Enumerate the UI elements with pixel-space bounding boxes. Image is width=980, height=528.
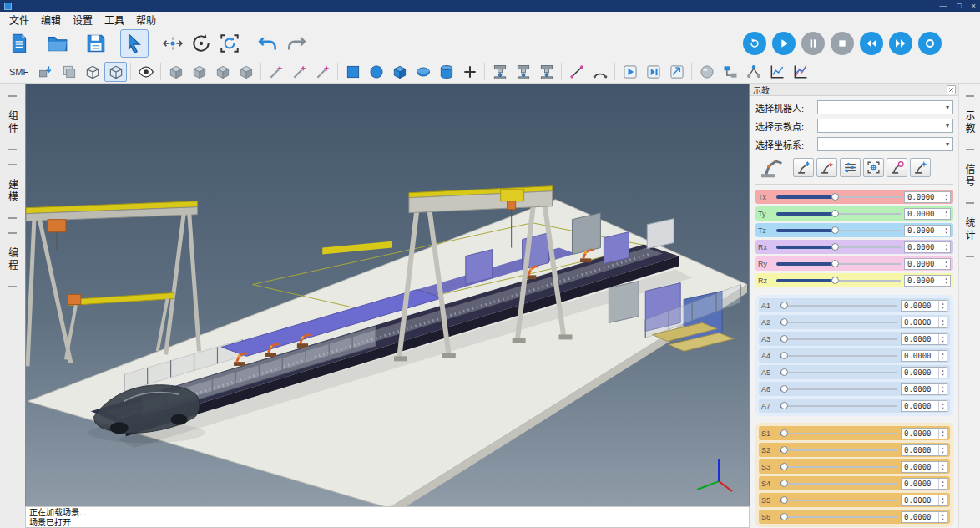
s-spin-arrows[interactable]: ▴▾ [938,512,947,522]
viewport-3d[interactable] [25,84,750,506]
primitive-box-button[interactable] [388,62,411,82]
node-tree-button[interactable] [742,62,765,82]
dock-tab-signal[interactable]: 信号 [962,164,977,189]
line-machine-3[interactable] [572,213,600,255]
a-spin-arrows[interactable]: ▴▾ [938,384,947,394]
bounding-box-button[interactable] [104,62,127,82]
jog-up-button[interactable] [793,158,814,177]
s3-slider[interactable] [780,463,897,470]
s1-slider-handle[interactable] [780,429,788,437]
t-spin-arrows[interactable]: ▴▾ [942,276,950,286]
undo-button[interactable] [254,29,282,58]
primitive-plane-button[interactable] [341,62,364,82]
dock-tab-stats[interactable]: 统计 [962,217,977,242]
panel-close-button[interactable] [947,85,956,94]
s-spin-arrows[interactable]: ▴▾ [938,495,947,505]
menu-help[interactable]: 帮助 [130,13,162,27]
ry-slider-handle[interactable] [831,260,839,267]
tx-spinbox[interactable]: 0.0000▴▾ [904,191,951,203]
menu-tools[interactable]: 工具 [99,13,130,27]
a5-slider[interactable] [780,368,897,376]
machine-tool-button-2[interactable] [512,62,534,82]
splitter-handle[interactable] [966,256,974,257]
rotate-view-button[interactable] [187,29,215,58]
replay-button[interactable] [743,32,766,55]
s3-slider-handle[interactable] [780,463,788,470]
s6-spinbox[interactable]: 0.0000▴▾ [901,511,947,523]
tz-slider-handle[interactable] [831,226,839,234]
snap-object-button[interactable] [211,62,234,82]
splitter-handle[interactable] [8,232,17,234]
rz-spinbox[interactable]: 0.0000▴▾ [904,275,951,287]
a7-spinbox[interactable]: 0.0000▴▾ [901,400,947,412]
splitter-handle[interactable] [8,286,17,287]
center-target-button[interactable] [863,158,884,177]
s-spin-arrows[interactable]: ▴▾ [938,445,947,455]
draw-line-button[interactable] [565,62,588,82]
tx-slider[interactable] [776,193,901,201]
t-spin-arrows[interactable]: ▴▾ [942,226,950,236]
copy-object-button[interactable] [188,62,210,82]
a-spin-arrows[interactable]: ▴▾ [938,401,947,411]
new-file-button[interactable] [5,29,33,58]
fast-forward-button[interactable] [889,32,912,55]
s5-slider-handle[interactable] [780,496,788,504]
splitter-handle[interactable] [966,95,974,97]
duplicate-button[interactable] [58,62,80,82]
rx-slider[interactable] [776,243,901,251]
gray-cabinet[interactable] [609,282,639,323]
splitter-handle[interactable] [966,149,974,150]
pause-button[interactable] [801,32,825,55]
t-spin-arrows[interactable]: ▴▾ [942,192,950,202]
splitter-handle[interactable] [8,164,17,165]
run-script-button[interactable] [619,62,641,82]
s2-spinbox[interactable]: 0.0000▴▾ [901,444,947,456]
a6-slider[interactable] [780,385,897,393]
primitive-sphere-button[interactable] [365,62,387,82]
stop-button[interactable] [831,32,854,55]
rewind-button[interactable] [860,32,883,55]
dock-tab-components[interactable]: 组件 [6,110,20,135]
flowchart-button[interactable] [719,62,741,82]
splitter-handle[interactable] [8,95,17,97]
3d-scene[interactable] [26,84,749,506]
material-sphere-button[interactable] [695,62,718,82]
s4-spinbox[interactable]: 0.0000▴▾ [901,478,947,490]
s6-slider-handle[interactable] [780,513,788,520]
s4-slider-handle[interactable] [780,480,788,487]
rz-slider[interactable] [776,277,901,284]
t-spin-arrows[interactable]: ▴▾ [942,259,950,269]
ry-spinbox[interactable]: 0.0000▴▾ [904,258,951,270]
dock-tab-programming[interactable]: 编程 [6,247,20,272]
menu-settings[interactable]: 设置 [67,13,99,27]
minimize-button[interactable]: — [939,1,947,11]
a1-spinbox[interactable]: 0.0000▴▾ [901,300,947,312]
play-button[interactable] [772,32,796,55]
ty-spinbox[interactable]: 0.0000▴▾ [904,208,951,220]
s1-slider[interactable] [780,429,897,437]
tz-slider[interactable] [776,226,901,234]
a4-spinbox[interactable]: 0.0000▴▾ [901,350,947,362]
a-spin-arrows[interactable]: ▴▾ [938,334,947,344]
teach-point-select[interactable]: ▾ [817,119,953,133]
a2-slider-handle[interactable] [780,318,788,326]
menu-edit[interactable]: 编辑 [35,13,67,27]
coordinate-frame-select[interactable]: ▾ [817,137,953,151]
a-spin-arrows[interactable]: ▴▾ [938,317,947,327]
a2-slider[interactable] [780,318,897,326]
rz-slider-handle[interactable] [831,277,839,284]
chart-multi-button[interactable] [789,62,811,82]
step-out-button[interactable] [665,62,688,82]
machine-tool-button-1[interactable] [488,62,511,82]
s-spin-arrows[interactable]: ▴▾ [938,462,947,472]
s2-slider-handle[interactable] [780,446,788,454]
a3-spinbox[interactable]: 0.0000▴▾ [901,333,947,345]
machine-tool-button-3[interactable] [535,62,558,82]
dock-tab-teach[interactable]: 示教 [962,110,977,135]
rx-slider-handle[interactable] [831,243,839,251]
jog-down-button[interactable] [816,158,837,177]
s-spin-arrows[interactable]: ▴▾ [938,429,947,439]
ty-slider-handle[interactable] [831,210,839,217]
close-button[interactable]: × [972,1,976,11]
select-tool-button[interactable] [120,29,149,58]
